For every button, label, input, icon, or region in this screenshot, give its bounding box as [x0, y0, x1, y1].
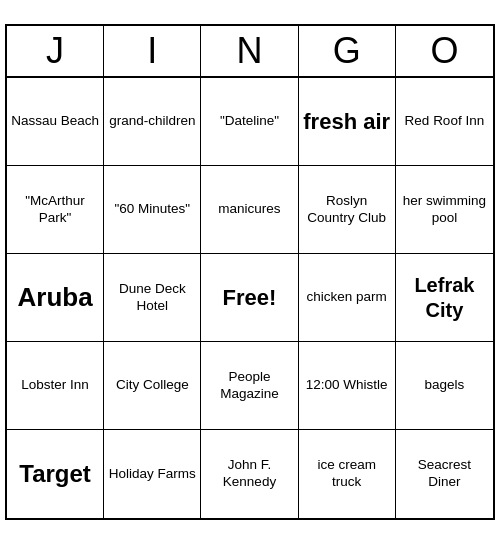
- bingo-cell: John F. Kennedy: [201, 430, 298, 518]
- bingo-cell: "60 Minutes": [104, 166, 201, 254]
- bingo-cell: Dune Deck Hotel: [104, 254, 201, 342]
- bingo-cell: Nassau Beach: [7, 78, 104, 166]
- bingo-cell: Holiday Farms: [104, 430, 201, 518]
- bingo-cell: her swimming pool: [396, 166, 493, 254]
- bingo-card: JINGO Nassau Beachgrand-children"Datelin…: [5, 24, 495, 520]
- bingo-cell: People Magazine: [201, 342, 298, 430]
- bingo-cell: bagels: [396, 342, 493, 430]
- bingo-cell: chicken parm: [299, 254, 396, 342]
- bingo-cell: manicures: [201, 166, 298, 254]
- bingo-header: JINGO: [7, 26, 493, 78]
- bingo-cell: Target: [7, 430, 104, 518]
- bingo-cell: Seacrest Diner: [396, 430, 493, 518]
- bingo-cell: Lefrak City: [396, 254, 493, 342]
- header-letter: N: [201, 26, 298, 76]
- bingo-cell: Aruba: [7, 254, 104, 342]
- bingo-cell: "Dateline": [201, 78, 298, 166]
- bingo-cell: ice cream truck: [299, 430, 396, 518]
- bingo-cell: Roslyn Country Club: [299, 166, 396, 254]
- header-letter: J: [7, 26, 104, 76]
- header-letter: O: [396, 26, 493, 76]
- bingo-cell: City College: [104, 342, 201, 430]
- bingo-cell: fresh air: [299, 78, 396, 166]
- bingo-cell: Lobster Inn: [7, 342, 104, 430]
- header-letter: G: [299, 26, 396, 76]
- header-letter: I: [104, 26, 201, 76]
- bingo-grid: Nassau Beachgrand-children"Dateline"fres…: [7, 78, 493, 518]
- bingo-cell: "McArthur Park": [7, 166, 104, 254]
- bingo-cell: 12:00 Whistle: [299, 342, 396, 430]
- bingo-cell: Free!: [201, 254, 298, 342]
- bingo-cell: grand-children: [104, 78, 201, 166]
- bingo-cell: Red Roof Inn: [396, 78, 493, 166]
